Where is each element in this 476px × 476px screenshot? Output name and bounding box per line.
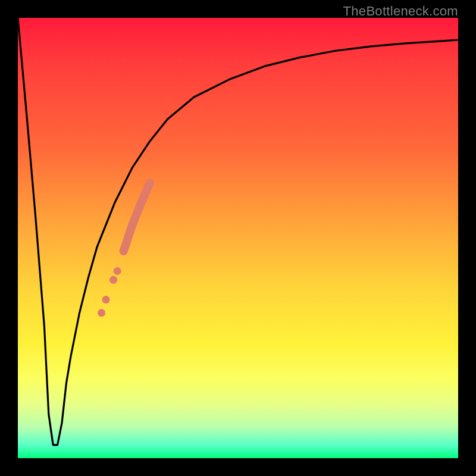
highlight-dot: [109, 276, 117, 284]
plot-area: [18, 18, 458, 458]
your-config-dots: [98, 267, 121, 317]
your-config-range: [124, 183, 150, 252]
chart-frame: TheBottleneck.com: [0, 0, 476, 476]
highlight-dot: [102, 296, 110, 303]
highlight-dot: [114, 267, 121, 275]
attribution-text: TheBottleneck.com: [343, 4, 458, 19]
curve-svg: [18, 18, 458, 458]
highlight-dot: [98, 309, 105, 317]
bottleneck-curve: [18, 18, 458, 445]
